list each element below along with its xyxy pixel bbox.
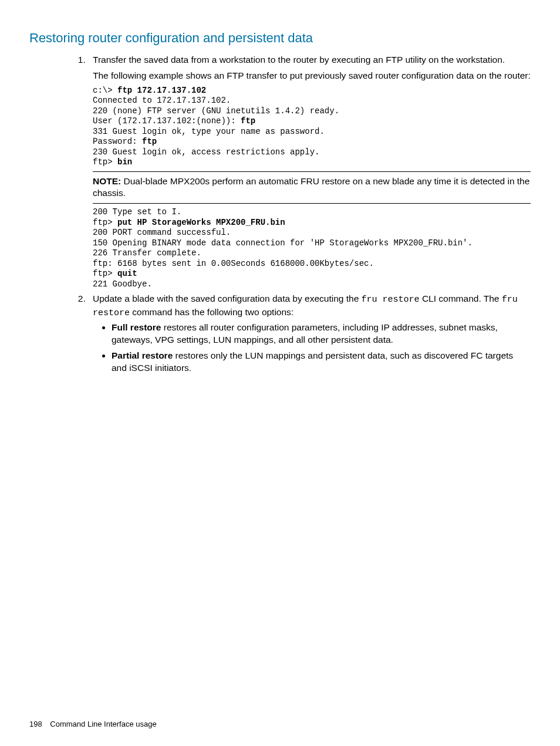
bullet-label-full: Full restore: [112, 322, 161, 332]
step2-para-part3: command has the following two options:: [130, 307, 294, 317]
page-footer: 198 Command Line Interface usage: [29, 719, 157, 730]
step2-para-part2: CLI command. The: [420, 293, 502, 303]
bullet-label-partial: Partial restore: [112, 350, 173, 360]
bullet-text-full: restores all router configuration parame…: [112, 322, 498, 345]
note-divider-top: [93, 171, 531, 172]
bullet-partial-restore: Partial restore restores only the LUN ma…: [112, 350, 531, 374]
step-1: Transfer the saved data from a workstati…: [88, 54, 531, 290]
step1-para1: Transfer the saved data from a workstati…: [93, 54, 531, 66]
step1-para2: The following example shows an FTP trans…: [93, 70, 531, 82]
note-text: Dual-blade MPX200s perform an automatic …: [93, 176, 529, 198]
note-block: NOTE: Dual-blade MPX200s perform an auto…: [93, 175, 531, 200]
note-divider-bottom: [93, 203, 531, 204]
step-2: Update a blade with the saved configurat…: [88, 293, 531, 374]
inline-code-fru-restore-1: fru restore: [362, 295, 420, 305]
code-block-2: 200 Type set to I. ftp> put HP StorageWo…: [93, 207, 531, 289]
code-block-1: c:\> ftp 172.17.137.102 Connected to 172…: [93, 86, 531, 168]
bullet-full-restore: Full restore restores all router configu…: [112, 322, 531, 346]
section-heading: Restoring router configuration and persi…: [29, 29, 531, 47]
page-number: 198: [29, 720, 42, 728]
step2-para-part1: Update a blade with the saved configurat…: [93, 293, 362, 303]
note-label: NOTE:: [93, 176, 121, 186]
footer-section-title: Command Line Interface usage: [50, 720, 156, 728]
